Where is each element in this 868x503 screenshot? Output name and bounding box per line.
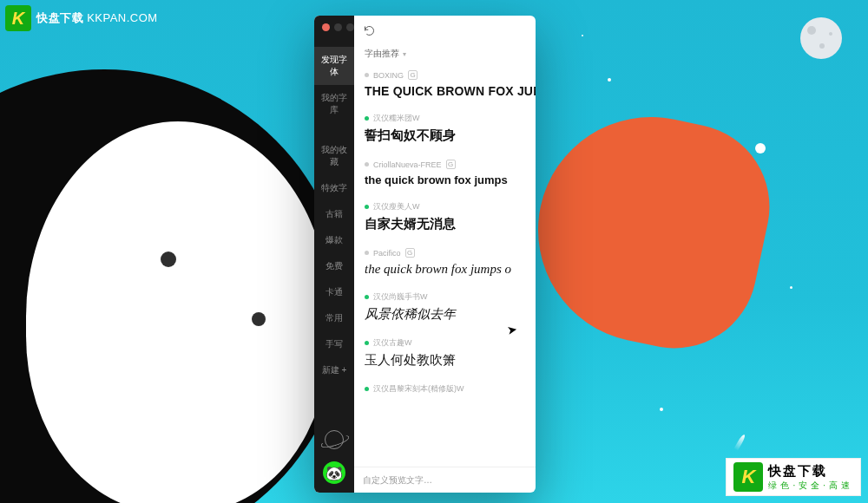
mouse-cursor-icon: ➤: [506, 322, 519, 337]
sidebar-item-myfonts[interactable]: 我的字库: [314, 85, 354, 123]
sidebar-item-handwriting[interactable]: 手写: [314, 331, 354, 357]
sidebar-item-common[interactable]: 常用: [314, 305, 354, 331]
minimize-icon[interactable]: [334, 23, 342, 31]
sidebar-item-effects[interactable]: 特效字: [314, 175, 354, 201]
font-row[interactable]: 汉仪古趣W★ 玉人何处教吹箫: [363, 333, 536, 379]
bottom-bar: 自定义预览文字… AAA: [354, 467, 536, 493]
site-logo-icon: K: [733, 462, 763, 492]
close-icon[interactable]: [322, 23, 330, 31]
sidebar-item-hot[interactable]: 爆款: [314, 227, 354, 253]
avatar[interactable]: 🐼: [323, 461, 345, 484]
font-sample: 玉人何处教吹箫: [365, 350, 536, 372]
font-sample: THE QUICK BROWN FOX JUMPS O: [365, 82, 536, 101]
sidebar-item-free[interactable]: 免费: [314, 253, 354, 279]
topbar: [354, 16, 536, 45]
sidebar: 发现字体 我的字库 我的收藏 特效字 古籍 爆款 免费 卡通 常用 手写 新建 …: [314, 16, 354, 493]
font-row[interactable]: 汉仪糯米团W★ 誓扫匈奴不顾身: [363, 108, 536, 154]
section-header[interactable]: 字由推荐▾: [354, 45, 536, 65]
explore-icon[interactable]: [325, 430, 344, 449]
font-sample: the quick brown fox jumps o: [365, 260, 536, 280]
chevron-down-icon: ▾: [403, 50, 406, 58]
zoom-icon[interactable]: [346, 23, 354, 31]
site-logo-icon: K: [5, 5, 31, 31]
main-panel: 字由推荐▾ BOXINGG★ THE QUICK BROWN FOX JUMPS…: [354, 16, 536, 493]
font-row[interactable]: 汉仪瘦美人W★ 自家夫婿无消息: [363, 197, 536, 243]
sidebar-item-favorites[interactable]: 我的收藏: [314, 137, 354, 175]
refresh-icon[interactable]: [363, 24, 376, 37]
font-row[interactable]: 汉仪昌黎宋刻本(精修版)W★: [363, 379, 536, 403]
preview-text-input[interactable]: 自定义预览文字…: [363, 474, 432, 487]
sidebar-item-discover[interactable]: 发现字体: [314, 47, 354, 85]
watermark-top-left: K 快盘下载 KKPAN.COM: [5, 5, 158, 31]
font-list[interactable]: BOXINGG★ THE QUICK BROWN FOX JUMPS O 汉仪糯…: [354, 65, 536, 467]
font-row[interactable]: BOXINGG★ THE QUICK BROWN FOX JUMPS O: [363, 65, 536, 108]
sidebar-item-new[interactable]: 新建 +: [314, 357, 354, 383]
font-sample: 誓扫匈奴不顾身: [365, 126, 536, 147]
window-controls[interactable]: [314, 16, 354, 31]
font-row[interactable]: CriollaNueva-FREEG★ the quick brown fox …: [363, 154, 536, 197]
moon-decoration: [800, 17, 842, 59]
font-sample: 自家夫婿无消息: [365, 214, 536, 236]
sidebar-item-cartoon[interactable]: 卡通: [314, 279, 354, 305]
font-sample: the quick brown fox jumps: [365, 172, 536, 190]
font-row[interactable]: PacificoG★ the quick brown fox jumps o: [363, 243, 536, 287]
app-window: 发现字体 我的字库 我的收藏 特效字 古籍 爆款 免费 卡通 常用 手写 新建 …: [314, 16, 536, 493]
watermark-bottom-right: K 快盘下载 绿色·安全·高速: [726, 458, 861, 496]
sidebar-item-ancient[interactable]: 古籍: [314, 201, 354, 227]
